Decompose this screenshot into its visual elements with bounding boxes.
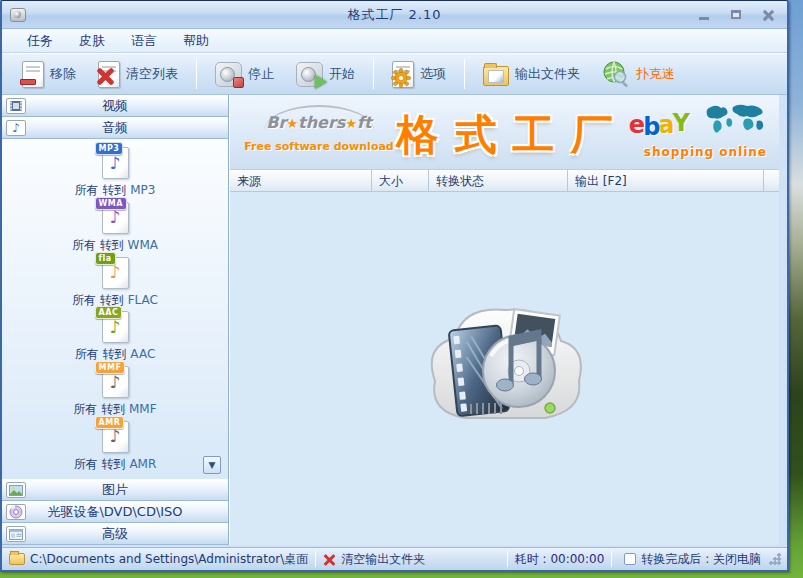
- clear-output-label: 清空输出文件夹: [341, 551, 425, 568]
- output-folder-button[interactable]: 输出文件夹: [473, 58, 590, 90]
- sidebar: 视频 ♪ 音频 ♪ MP3 所有 转到 MP3 ♪ WMA 所有 转到 WM: [2, 95, 229, 545]
- stop-icon: [215, 62, 242, 87]
- options-label: 选项: [420, 65, 446, 83]
- remove-icon: [22, 61, 44, 88]
- start-button[interactable]: 开始: [286, 58, 365, 91]
- close-button[interactable]: [757, 7, 779, 23]
- cd-disc-icon: [6, 504, 26, 520]
- advanced-window-icon: [6, 526, 26, 542]
- output-path[interactable]: C:\Documents and Settings\Administrator\…: [30, 551, 308, 568]
- mp3-file-icon: ♪ MP3: [102, 147, 129, 179]
- output-folder-label: 输出文件夹: [515, 65, 580, 83]
- start-label: 开始: [329, 65, 355, 83]
- app-window: 格式工厂 2.10 任务 皮肤 语言 帮助 移除 清空列表 停止 开始: [0, 0, 789, 572]
- options-button[interactable]: 选项: [382, 57, 456, 92]
- toolbar: 移除 清空列表 停止 开始: [2, 53, 787, 95]
- format-factory-watermark-icon: [415, 286, 595, 436]
- film-icon: [6, 98, 26, 114]
- convert-all-to-amr[interactable]: ♪ AMR 所有 转到 AMR: [2, 421, 228, 473]
- mmf-file-icon: ♪ MMF: [102, 366, 129, 398]
- convert-all-to-wma[interactable]: ♪ WMA 所有 转到 WMA: [2, 202, 228, 254]
- ebay-ad[interactable]: ebaY shopping online: [597, 101, 767, 159]
- sidebar-audio-label: 音频: [26, 119, 204, 137]
- world-map-icon: [701, 101, 767, 141]
- sidebar-picture-label: 图片: [26, 481, 204, 499]
- convert-all-to-aac[interactable]: ♪ AAC 所有 转到 AAC: [2, 311, 228, 363]
- title-bar: 格式工厂 2.10: [2, 1, 787, 29]
- sidebar-section-picture[interactable]: 图片: [2, 479, 228, 501]
- menu-bar: 任务 皮肤 语言 帮助: [2, 29, 787, 53]
- status-bar: C:\Documents and Settings\Administrator\…: [2, 547, 787, 570]
- shutdown-after-label: 转换完成后 : 关闭电脑: [641, 551, 761, 568]
- picture-icon: [6, 482, 26, 498]
- file-list-area[interactable]: [230, 192, 779, 545]
- toolbar-separator: [464, 59, 465, 89]
- menu-language[interactable]: 语言: [118, 30, 170, 52]
- statusbar-separator: [315, 551, 316, 567]
- column-size[interactable]: 大小: [372, 170, 429, 191]
- clear-output-folder-button[interactable]: 清空输出文件夹: [323, 551, 425, 568]
- stop-label: 停止: [248, 65, 274, 83]
- column-status[interactable]: 转换状态: [429, 170, 568, 191]
- elapsed-time: 耗时 : 00:00:00: [515, 551, 605, 568]
- globe-magnifier-icon: [602, 60, 630, 88]
- convert-all-to-mp3[interactable]: ♪ MP3 所有 转到 MP3: [2, 147, 228, 199]
- close-icon: [762, 9, 774, 21]
- ebay-tagline: shopping online: [597, 145, 767, 159]
- aac-file-icon: ♪ AAC: [102, 311, 129, 343]
- sidebar-section-advanced[interactable]: 高级: [2, 523, 228, 545]
- poker-label: 扑克迷: [636, 65, 675, 83]
- amr-file-icon: ♪ AMR: [102, 421, 129, 453]
- chevron-down-icon: ▼: [209, 460, 216, 470]
- column-output[interactable]: 输出 [F2]: [568, 170, 764, 191]
- maximize-icon: [731, 10, 741, 19]
- maximize-button[interactable]: [725, 7, 747, 23]
- remove-label: 移除: [50, 65, 76, 83]
- clear-list-button[interactable]: 清空列表: [88, 57, 188, 92]
- remove-button[interactable]: 移除: [12, 57, 86, 92]
- menu-help[interactable]: 帮助: [170, 30, 222, 52]
- file-list-header: 来源 大小 转换状态 输出 [F2]: [230, 170, 779, 192]
- convert-all-to-mmf[interactable]: ♪ MMF 所有 转到 MMF: [2, 366, 228, 418]
- wma-file-icon: ♪ WMA: [102, 202, 129, 234]
- music-note-icon: ♪: [6, 120, 26, 136]
- flac-file-icon: ♪ fla: [102, 257, 129, 289]
- stop-button[interactable]: 停止: [205, 58, 284, 91]
- output-folder-icon: [483, 66, 509, 86]
- menu-tasks[interactable]: 任务: [14, 30, 66, 52]
- clear-list-label: 清空列表: [126, 65, 178, 83]
- sidebar-advanced-label: 高级: [26, 525, 204, 543]
- ad-banner[interactable]: Br★thers★ft Free software download 格式工厂 …: [230, 95, 779, 170]
- start-icon: [296, 62, 323, 87]
- toolbar-separator: [196, 59, 197, 89]
- poker-link-button[interactable]: 扑克迷: [592, 56, 685, 92]
- audio-formats-panel: ♪ MP3 所有 转到 MP3 ♪ WMA 所有 转到 WMA ♪ fla 所有…: [2, 139, 228, 479]
- sidebar-section-optical[interactable]: 光驱设备\DVD\CD\ISO: [2, 501, 228, 523]
- menu-skins[interactable]: 皮肤: [66, 30, 118, 52]
- sidebar-section-audio[interactable]: ♪ 音频: [2, 117, 228, 139]
- ebay-logo: ebaY: [629, 111, 688, 139]
- sidebar-section-video[interactable]: 视频: [2, 95, 228, 117]
- toolbar-separator: [373, 59, 374, 89]
- convert-all-to-flac[interactable]: ♪ fla 所有 转到 FLAC: [2, 257, 228, 309]
- window-title: 格式工厂 2.10: [2, 6, 787, 24]
- resize-grip[interactable]: [769, 553, 781, 565]
- main-area: Br★thers★ft Free software download 格式工厂 …: [229, 95, 779, 545]
- sidebar-optical-label: 光驱设备\DVD\CD\ISO: [26, 503, 204, 521]
- column-source[interactable]: 来源: [230, 170, 372, 191]
- statusbar-separator: [611, 551, 612, 567]
- scroll-down-button[interactable]: ▼: [203, 456, 221, 474]
- clear-output-x-icon: [323, 553, 336, 566]
- options-gear-icon: [392, 61, 414, 88]
- minimize-button[interactable]: [693, 7, 715, 23]
- statusbar-separator: [507, 551, 508, 567]
- column-empty: [764, 170, 779, 191]
- minimize-icon: [699, 17, 709, 20]
- sidebar-video-label: 视频: [26, 97, 204, 115]
- clear-list-icon: [98, 61, 120, 88]
- shutdown-after-checkbox[interactable]: [624, 553, 636, 565]
- output-path-folder-icon: [9, 553, 25, 565]
